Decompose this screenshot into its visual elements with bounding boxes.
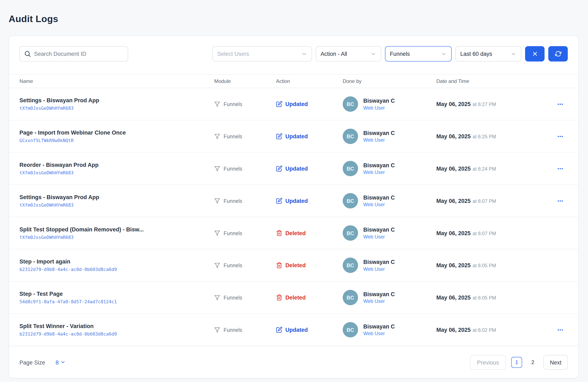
module-select[interactable]: Funnels — [385, 46, 452, 62]
users-select[interactable]: Select Users — [212, 46, 312, 62]
date-cell: May 06, 2025 at 6:07 PM — [436, 230, 553, 236]
date-text: May 06, 2025 — [436, 327, 471, 333]
module-label: Funnels — [224, 294, 242, 301]
table-row: Settings - Biswayan Prod App tXfm0JxsGeD… — [9, 88, 578, 120]
date-cell: May 06, 2025 at 6:05 PM — [436, 262, 553, 269]
next-button[interactable]: Next — [544, 355, 568, 369]
avatar: BC — [343, 96, 358, 112]
row-menu-button[interactable] — [553, 99, 568, 109]
table-row: Step - Test Page 54d8c9f1-8afa-47a0-8d57… — [9, 282, 578, 314]
chevron-down-icon — [370, 51, 377, 57]
ellipsis-icon — [557, 101, 564, 107]
date-text: May 06, 2025 — [436, 101, 471, 107]
avatar: BC — [343, 225, 358, 241]
table-row: Split Test Stopped (Domain Removed) - Bi… — [9, 217, 578, 249]
row-menu-button[interactable] — [553, 164, 568, 174]
date-text: May 06, 2025 — [436, 294, 471, 301]
user-type: Web User — [363, 105, 395, 111]
done-by-cell: BC Biswayan C Web User — [343, 225, 436, 241]
module-cell: Funnels — [214, 198, 276, 204]
action-badge: Updated — [276, 327, 343, 333]
name-cell: Split Test Stopped (Domain Removed) - Bi… — [20, 226, 214, 240]
user-name: Biswayan C — [363, 291, 395, 297]
page-size-select[interactable]: 8 — [56, 359, 65, 365]
close-icon — [532, 51, 538, 57]
table-row: Settings - Biswayan Prod App tXfm0JxsGeD… — [9, 185, 578, 217]
row-document-id: tXfm0JxsGeDWhHYmR683 — [20, 170, 214, 175]
row-name: Step - Test Page — [20, 291, 214, 297]
clear-filters-button[interactable] — [525, 46, 545, 62]
action-select[interactable]: Action - All — [316, 46, 381, 62]
row-document-id: tXfm0JxsGeDWhHYmR683 — [20, 202, 214, 208]
previous-button[interactable]: Previous — [470, 355, 506, 369]
name-cell: Page - Import from Webinar Clone Once GC… — [20, 129, 214, 143]
name-cell: Reorder - Biswayan Prod App tXfm0JxsGeDW… — [20, 162, 214, 176]
date-text: May 06, 2025 — [436, 230, 471, 236]
page-size-value: 8 — [56, 359, 59, 365]
row-name: Split Test Stopped (Domain Removed) - Bi… — [20, 226, 214, 232]
action-label: Updated — [285, 327, 308, 333]
funnel-icon — [214, 166, 220, 172]
edit-icon — [276, 198, 283, 204]
date-cell: May 06, 2025 at 6:05 PM — [436, 294, 553, 301]
name-cell: Settings - Biswayan Prod App tXfm0JxsGeD… — [20, 194, 214, 208]
user-name: Biswayan C — [363, 130, 395, 136]
module-label: Funnels — [224, 327, 242, 333]
search-input[interactable] — [20, 46, 127, 61]
header-module: Module — [214, 78, 276, 84]
trash-icon — [276, 262, 283, 269]
trash-icon — [276, 294, 283, 301]
module-select-value: Funnels — [390, 51, 410, 57]
time-text: at 6:05 PM — [473, 263, 496, 269]
ellipsis-icon — [557, 198, 564, 204]
action-badge: Updated — [276, 101, 343, 107]
avatar: BC — [343, 322, 358, 337]
date-text: May 06, 2025 — [436, 198, 471, 204]
action-badge: Deleted — [276, 230, 343, 236]
done-by-cell: BC Biswayan C Web User — [343, 322, 436, 337]
edit-icon — [276, 327, 283, 333]
page-size-label: Page Size — [20, 359, 45, 365]
page-2-button[interactable]: 2 — [527, 357, 538, 368]
module-cell: Funnels — [214, 294, 276, 301]
row-menu-button[interactable] — [553, 325, 568, 335]
table-footer: Page Size 8 Previous 1 2 Next — [9, 346, 578, 378]
refresh-button[interactable] — [548, 46, 568, 62]
row-menu-button[interactable] — [553, 196, 568, 206]
user-name: Biswayan C — [363, 194, 395, 201]
table-row: Split Test Winner - Variation b2312d79-d… — [9, 314, 578, 346]
funnel-icon — [214, 262, 220, 268]
edit-icon — [276, 133, 283, 139]
table-row: Step - Import again b2312d79-d9b8-4a4c-a… — [9, 249, 578, 282]
action-label: Updated — [285, 133, 308, 139]
module-label: Funnels — [224, 262, 242, 268]
action-label: Deleted — [285, 294, 306, 301]
module-cell: Funnels — [214, 230, 276, 236]
row-menu-button[interactable] — [553, 132, 568, 141]
page-title: Audit Logs — [9, 14, 579, 24]
row-name: Split Test Winner - Variation — [20, 323, 214, 329]
time-text: at 6:25 PM — [473, 134, 496, 139]
page-1-button[interactable]: 1 — [511, 357, 522, 368]
date-text: May 06, 2025 — [436, 133, 471, 139]
avatar: BC — [343, 129, 358, 144]
date-cell: May 06, 2025 at 6:24 PM — [436, 165, 553, 172]
row-name: Settings - Biswayan Prod App — [20, 194, 214, 200]
date-cell: May 06, 2025 at 6:25 PM — [436, 133, 553, 139]
module-cell: Funnels — [214, 327, 276, 333]
avatar: BC — [343, 193, 358, 208]
done-by-cell: BC Biswayan C Web User — [343, 129, 436, 144]
user-type: Web User — [363, 170, 395, 175]
user-type: Web User — [363, 234, 395, 240]
module-cell: Funnels — [214, 262, 276, 268]
row-name: Page - Import from Webinar Clone Once — [20, 129, 214, 136]
row-document-id: tXfm0JxsGeDWhHYmR683 — [20, 235, 214, 240]
done-by-cell: BC Biswayan C Web User — [343, 290, 436, 305]
date-range-select[interactable]: Last 60 days — [456, 46, 522, 62]
chevron-down-icon — [441, 51, 447, 57]
ellipsis-icon — [557, 133, 564, 139]
funnel-icon — [214, 198, 220, 204]
row-document-id: tXfm0JxsGeDWhHYmR683 — [20, 106, 214, 111]
time-text: at 6:27 PM — [473, 102, 496, 107]
module-label: Funnels — [224, 101, 242, 107]
